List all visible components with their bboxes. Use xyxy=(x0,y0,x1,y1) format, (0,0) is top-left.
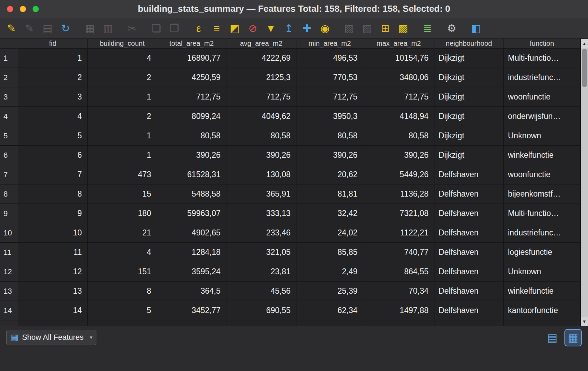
cell-total_area_m2[interactable]: 4250,59 xyxy=(157,68,226,87)
cell-min_area_m2[interactable]: 390,26 xyxy=(296,146,363,165)
organize-columns-button[interactable]: ≣ xyxy=(420,20,435,36)
cell-total_area_m2[interactable]: 61528,31 xyxy=(157,165,226,184)
scroll-up-button[interactable]: ▲ xyxy=(581,39,588,48)
select-by-expression-button[interactable]: ε xyxy=(191,20,207,36)
scroll-down-button[interactable]: ▼ xyxy=(581,317,588,326)
cell-neighbourhood[interactable]: Dijkzigt xyxy=(434,87,504,107)
row-number[interactable]: 7 xyxy=(0,165,18,184)
cell-total_area_m2[interactable]: 5488,58 xyxy=(157,184,226,204)
cell-function[interactable]: bijeenkomstf… xyxy=(504,184,580,204)
select-all-button[interactable]: ≡ xyxy=(209,20,225,36)
cell-neighbourhood[interactable]: Delfshaven xyxy=(434,184,504,204)
zoom-to-selected-button[interactable]: ◉ xyxy=(317,20,333,36)
switch-to-form-view-button[interactable]: ▤ xyxy=(544,330,560,346)
cell-fid[interactable]: 5 xyxy=(18,126,88,146)
cell-fid[interactable]: 7 xyxy=(18,165,88,184)
cell-function[interactable]: kantoorfunctie xyxy=(504,301,580,320)
invert-selection-button[interactable]: ◩ xyxy=(227,20,243,36)
conditional-formatting-button[interactable]: ▩ xyxy=(395,20,411,36)
cell-total_area_m2[interactable]: 364,5 xyxy=(157,282,226,301)
cell-neighbourhood[interactable]: Dijkzigt xyxy=(434,49,504,68)
column-header-neighbourhood[interactable]: neighbourhood xyxy=(434,39,504,49)
cell-fid[interactable]: 11 xyxy=(18,243,88,262)
cell-avg_area_m2[interactable]: 130,08 xyxy=(226,165,296,184)
column-header-fid[interactable]: fid xyxy=(18,39,88,49)
reload-table-button[interactable]: ↻ xyxy=(58,20,74,36)
cell-min_area_m2[interactable]: 81,81 xyxy=(296,184,363,204)
cell-avg_area_m2[interactable]: 712,75 xyxy=(226,87,296,107)
cell-building_count[interactable]: 8 xyxy=(88,282,157,301)
cell-neighbourhood[interactable]: Delfshaven xyxy=(434,243,504,262)
cell-min_area_m2[interactable]: 24,02 xyxy=(296,223,363,243)
cell-neighbourhood[interactable]: Dijkzigt xyxy=(434,107,504,126)
cell-fid[interactable]: 4 xyxy=(18,107,88,126)
cell-building_count[interactable]: 4 xyxy=(88,49,157,68)
cell-neighbourhood[interactable]: Delfshaven xyxy=(434,165,504,184)
cell-building_count[interactable]: 2 xyxy=(88,107,157,126)
cell-min_area_m2[interactable]: 3950,3 xyxy=(296,107,363,126)
cell-function[interactable]: winkelfunctie xyxy=(504,282,580,301)
cell-max_area_m2[interactable]: 4148,94 xyxy=(363,107,434,126)
cell-building_count[interactable]: 1 xyxy=(88,146,157,165)
cell-min_area_m2[interactable]: 80,58 xyxy=(296,126,363,146)
cell-avg_area_m2[interactable]: 23,81 xyxy=(226,262,296,282)
cell-avg_area_m2[interactable]: 333,13 xyxy=(226,204,296,223)
row-number[interactable]: 6 xyxy=(0,146,18,165)
cell-total_area_m2[interactable]: 1284,18 xyxy=(157,243,226,262)
cell-min_area_m2[interactable]: 712,75 xyxy=(296,87,363,107)
cell-max_area_m2[interactable]: 3480,06 xyxy=(363,68,434,87)
cell-function[interactable]: Multi-functio… xyxy=(504,49,580,68)
column-header-max_area_m2[interactable]: max_area_m2 xyxy=(363,39,434,49)
cell-total_area_m2[interactable]: 3595,24 xyxy=(157,262,226,282)
row-number[interactable]: 13 xyxy=(0,282,18,301)
cell-neighbourhood[interactable]: Delfshaven xyxy=(434,262,504,282)
cell-fid[interactable]: 1 xyxy=(18,49,88,68)
cell-neighbourhood[interactable]: Dijkzigt xyxy=(434,146,504,165)
row-number[interactable]: 11 xyxy=(0,243,18,262)
cell-max_area_m2[interactable]: 712,75 xyxy=(363,87,434,107)
cell-building_count[interactable]: 473 xyxy=(88,165,157,184)
cell-building_count[interactable]: 1 xyxy=(88,126,157,146)
cell-building_count[interactable]: 5 xyxy=(88,301,157,320)
column-header-building_count[interactable]: building_count xyxy=(88,39,157,49)
scrollbar-track[interactable] xyxy=(581,48,588,317)
cell-total_area_m2[interactable]: 712,75 xyxy=(157,87,226,107)
cell-fid[interactable]: 8 xyxy=(18,184,88,204)
cell-function[interactable]: woonfunctie xyxy=(504,87,580,107)
row-number[interactable]: 14 xyxy=(0,301,18,320)
cell-building_count[interactable]: 21 xyxy=(88,223,157,243)
cell-max_area_m2[interactable]: 10154,76 xyxy=(363,49,434,68)
cell-neighbourhood[interactable]: Dijkzigt xyxy=(434,68,504,87)
cell-avg_area_m2[interactable]: 321,05 xyxy=(226,243,296,262)
row-number[interactable]: 2 xyxy=(0,68,18,87)
close-button[interactable] xyxy=(7,6,13,12)
cell-max_area_m2[interactable]: 740,77 xyxy=(363,243,434,262)
cell-avg_area_m2[interactable]: 4222,69 xyxy=(226,49,296,68)
cell-min_area_m2[interactable]: 62,34 xyxy=(296,301,363,320)
actions-button[interactable]: ⚙ xyxy=(444,20,460,36)
field-calculator-button[interactable]: ⊞ xyxy=(377,20,393,36)
cell-function[interactable]: Unknown xyxy=(504,262,580,282)
cell-building_count[interactable]: 151 xyxy=(88,262,157,282)
cell-max_area_m2[interactable]: 864,55 xyxy=(363,262,434,282)
vertical-scrollbar[interactable]: ▲ ▼ xyxy=(580,39,588,326)
cell-min_area_m2[interactable]: 25,39 xyxy=(296,282,363,301)
row-number[interactable]: 9 xyxy=(0,204,18,223)
cell-building_count[interactable]: 2 xyxy=(88,68,157,87)
cell-avg_area_m2[interactable]: 4049,62 xyxy=(226,107,296,126)
row-number[interactable]: 5 xyxy=(0,126,18,146)
cell-max_area_m2[interactable]: 390,26 xyxy=(363,146,434,165)
cell-fid[interactable]: 3 xyxy=(18,87,88,107)
cell-min_area_m2[interactable]: 496,53 xyxy=(296,49,363,68)
cell-fid[interactable]: 10 xyxy=(18,223,88,243)
cell-fid[interactable]: 13 xyxy=(18,282,88,301)
cell-fid[interactable]: 2 xyxy=(18,68,88,87)
cell-max_area_m2[interactable]: 1122,21 xyxy=(363,223,434,243)
cell-min_area_m2[interactable]: 20,62 xyxy=(296,165,363,184)
cell-total_area_m2[interactable]: 3452,77 xyxy=(157,301,226,320)
cell-neighbourhood[interactable]: Delfshaven xyxy=(434,204,504,223)
cell-max_area_m2[interactable]: 7321,08 xyxy=(363,204,434,223)
cell-function[interactable]: logiesfunctie xyxy=(504,243,580,262)
cell-function[interactable]: winkelfunctie xyxy=(504,146,580,165)
cell-total_area_m2[interactable]: 59963,07 xyxy=(157,204,226,223)
